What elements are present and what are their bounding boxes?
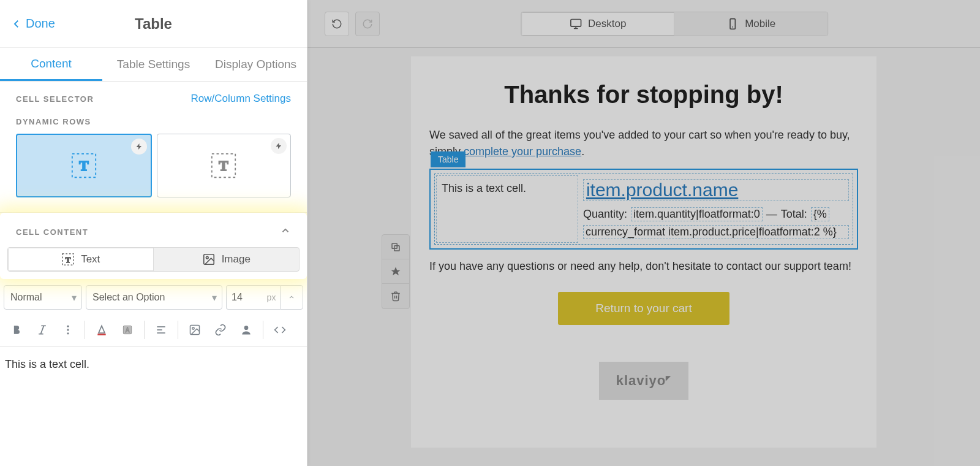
device-mobile-button[interactable]: Mobile xyxy=(674,12,827,36)
svg-point-13 xyxy=(67,332,69,334)
sidebar-header: Done Table xyxy=(0,0,307,48)
tab-table-settings[interactable]: Table Settings xyxy=(102,48,205,81)
source-code-button[interactable] xyxy=(268,318,292,342)
table-inner: This is a text cell. item.product.name Q… xyxy=(434,174,853,245)
image-icon xyxy=(202,253,216,266)
svg-rect-26 xyxy=(730,18,735,29)
sidebar-tabs: Content Table Settings Display Options xyxy=(0,48,307,82)
svg-rect-23 xyxy=(571,19,581,26)
italic-button[interactable] xyxy=(31,318,54,342)
caret-down-icon: ▾ xyxy=(72,292,77,304)
dynamic-row-cell-1[interactable]: T xyxy=(16,134,152,197)
svg-point-22 xyxy=(244,326,249,330)
device-desktop-label: Desktop xyxy=(588,18,626,30)
text-format-row: Normal ▾ Select an Option ▾ px xyxy=(0,279,307,313)
svg-point-12 xyxy=(67,329,69,330)
insert-link-button[interactable] xyxy=(209,318,232,342)
font-size-unit: px xyxy=(263,285,280,310)
svg-text:T: T xyxy=(79,158,88,174)
rich-text-toolbar: A xyxy=(0,313,307,347)
more-formatting-button[interactable] xyxy=(56,318,80,342)
arrow-left-icon xyxy=(11,18,22,29)
preview-canvas: Thanks for stopping by! We saved all of … xyxy=(307,48,980,466)
seg-text-label: Text xyxy=(81,253,100,265)
paragraph-style-value: Normal xyxy=(10,292,42,303)
klaviyo-logo: klaviyo◤ xyxy=(599,362,689,400)
complete-purchase-link[interactable]: complete your purchase xyxy=(464,145,581,158)
table-cell-product[interactable]: item.product.name Quantity: item.quantit… xyxy=(579,174,853,244)
total-token-a: {% xyxy=(811,207,829,221)
text-block-icon: T xyxy=(209,151,238,180)
quantity-line: Quantity: item.quantity|floatformat:0 — … xyxy=(583,207,849,239)
dynamic-badge-icon xyxy=(131,139,147,155)
dynamic-rows-label: DYNAMIC ROWS xyxy=(0,111,307,134)
dynamic-row-cell-2[interactable]: T xyxy=(157,134,292,197)
block-float-tools xyxy=(382,234,410,309)
tab-content[interactable]: Content xyxy=(0,48,102,81)
email-heading: Thanks for stopping by! xyxy=(429,81,858,109)
seg-text-button[interactable]: T Text xyxy=(8,248,154,271)
table-tag: Table xyxy=(431,151,466,167)
insert-image-button[interactable] xyxy=(183,318,206,342)
email-lead: We saved all of the great items you've a… xyxy=(429,127,858,160)
done-button[interactable]: Done xyxy=(11,17,55,31)
done-label: Done xyxy=(26,17,55,31)
svg-point-7 xyxy=(206,256,208,259)
font-size-control: px xyxy=(226,285,303,310)
cell-content-label: CELL CONTENT xyxy=(16,227,88,237)
footer-logo: klaviyo◤ xyxy=(429,347,858,414)
preview-panel: Desktop Mobile Thanks for stopping by! W… xyxy=(307,0,980,466)
seg-image-button[interactable]: Image xyxy=(154,248,300,271)
svg-point-11 xyxy=(67,326,69,327)
redo-button[interactable] xyxy=(355,12,380,36)
mobile-icon xyxy=(726,18,739,30)
preview-toolbar: Desktop Mobile xyxy=(307,0,980,48)
cell-selector-label: CELL SELECTOR xyxy=(16,94,94,104)
text-block-icon: T xyxy=(61,253,75,266)
svg-text:T: T xyxy=(66,256,71,264)
cell-selector-row: CELL SELECTOR Row/Column Settings xyxy=(0,82,307,111)
email-body: Thanks for stopping by! We saved all of … xyxy=(411,56,876,448)
row-column-settings-link[interactable]: Row/Column Settings xyxy=(191,93,291,105)
favorite-block-button[interactable] xyxy=(382,259,409,284)
tab-display-options[interactable]: Display Options xyxy=(205,48,307,81)
svg-line-10 xyxy=(41,326,44,334)
device-toggle: Desktop Mobile xyxy=(521,12,828,36)
sidebar-title: Table xyxy=(135,15,172,32)
product-name-token: item.product.name xyxy=(583,179,849,201)
paragraph-style-select[interactable]: Normal ▾ xyxy=(4,285,82,310)
align-button[interactable] xyxy=(149,318,173,342)
device-desktop-button[interactable]: Desktop xyxy=(521,12,674,36)
email-questions: If you have any questions or need any he… xyxy=(429,258,858,275)
return-to-cart-button[interactable]: Return to your cart xyxy=(558,292,729,325)
highlight-color-button[interactable]: A xyxy=(116,318,139,342)
font-size-input[interactable] xyxy=(226,285,263,310)
collapse-button[interactable] xyxy=(280,225,291,239)
font-family-value: Select an Option xyxy=(92,292,165,303)
cell-content-section: CELL CONTENT T Text Image xyxy=(0,213,307,279)
device-mobile-label: Mobile xyxy=(745,18,775,30)
font-family-select[interactable]: Select an Option ▾ xyxy=(86,285,222,310)
table-cell-text[interactable]: This is a text cell. xyxy=(436,175,578,243)
text-block-icon: T xyxy=(70,151,98,180)
quantity-token: item.quantity|floatformat:0 xyxy=(631,207,763,221)
table-block[interactable]: Table This is a text cell. item.product.… xyxy=(429,169,858,250)
dynamic-badge-icon xyxy=(271,138,287,154)
seg-image-label: Image xyxy=(222,253,251,265)
undo-button[interactable] xyxy=(325,12,349,36)
insert-personalization-button[interactable] xyxy=(235,318,258,342)
total-token-b: currency_format item.product.price|float… xyxy=(583,225,849,239)
bold-button[interactable] xyxy=(5,318,28,342)
text-editor[interactable]: This is a text cell. xyxy=(0,347,307,382)
svg-text:T: T xyxy=(219,158,228,174)
font-size-stepper[interactable] xyxy=(280,285,303,310)
cell-content-type-toggle: T Text Image xyxy=(7,247,300,272)
desktop-icon xyxy=(570,18,582,30)
svg-text:A: A xyxy=(126,327,130,334)
duplicate-block-button[interactable] xyxy=(382,235,409,259)
dynamic-rows: T T xyxy=(0,134,307,212)
delete-block-button[interactable] xyxy=(382,284,409,308)
caret-down-icon: ▾ xyxy=(212,292,217,304)
svg-point-21 xyxy=(192,327,194,329)
text-color-button[interactable] xyxy=(90,318,113,342)
